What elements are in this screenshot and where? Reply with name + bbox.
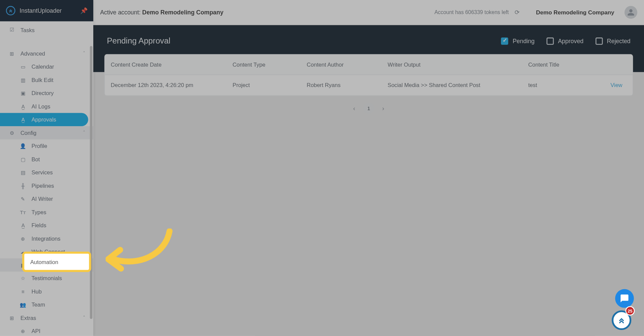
approvals-table-wrap: Content Create Date Content Type Content… <box>104 54 633 118</box>
checkbox-icon[interactable] <box>546 37 554 45</box>
sidebar-item-approvals[interactable]: A̲Approvals <box>0 113 88 126</box>
active-account-prefix: Active account: <box>100 9 142 16</box>
chevron-up-icon: ˄ <box>83 315 86 321</box>
sidebar-item-services[interactable]: ▤Services <box>0 166 93 179</box>
sidebar: InstantUploader 📌 ☑ Tasks ⊞ Advanced ˄ ▭… <box>0 0 93 336</box>
sidebar-body: ☑ Tasks ⊞ Advanced ˄ ▭Calendar ▥Bulk Edi… <box>0 21 93 336</box>
th-author[interactable]: Content Author <box>307 61 388 68</box>
chevron-up-icon: ˄ <box>83 130 86 136</box>
sidebar-item-pipelines[interactable]: ╫Pipelines <box>0 179 93 192</box>
filter-rejected[interactable]: Rejected <box>596 37 631 45</box>
sidebar-item-ai-logs[interactable]: A̲AI Logs <box>0 100 93 113</box>
filter-pending[interactable]: Pending <box>501 37 535 45</box>
bulkedit-icon: ▥ <box>20 77 26 83</box>
sidebar-item-label: Services <box>31 169 53 176</box>
sidebar-group-extras[interactable]: ⊞ Extras ˄ <box>0 311 93 324</box>
filter-label: Pending <box>513 37 534 44</box>
filter-approved[interactable]: Approved <box>546 37 583 45</box>
sidebar-item-calendar[interactable]: ▭Calendar <box>0 60 93 73</box>
sidebar-item-label: Types <box>31 209 46 215</box>
sidebar-item-profile[interactable]: 👤Profile <box>0 140 93 153</box>
pin-icon[interactable]: 📌 <box>80 7 88 14</box>
avatar[interactable] <box>625 6 637 19</box>
sidebar-item-testimonials[interactable]: ☆Testimonials <box>0 272 93 285</box>
approvals-table: Content Create Date Content Type Content… <box>104 54 633 96</box>
refresh-icon[interactable]: ⟳ <box>515 9 520 16</box>
sidebar-item-label: Pipelines <box>31 182 54 189</box>
sidebar-item-label: Hub <box>31 288 41 295</box>
fields-icon: A̲ <box>20 222 26 228</box>
app-name: InstantUploader <box>20 7 62 14</box>
table-header: Content Create Date Content Type Content… <box>105 55 632 75</box>
tasks-icon: ☑ <box>8 27 15 33</box>
sidebar-item-ai-writer[interactable]: ✎AI Writer <box>0 192 93 205</box>
page-title: Pending Approval <box>107 36 171 46</box>
approvals-icon: A̲ <box>20 116 26 122</box>
checkbox-icon[interactable] <box>501 37 509 45</box>
logo-icon <box>6 6 15 15</box>
scrollbar-thumb[interactable] <box>90 46 93 319</box>
sidebar-group-label: Advanced <box>20 50 45 57</box>
td-type: Project <box>233 82 307 88</box>
sidebar-header: InstantUploader 📌 <box>0 0 93 21</box>
table-row[interactable]: December 12th 2023, 4:26:20 pm Project R… <box>105 75 632 95</box>
sidebar-group-advanced[interactable]: ⊞ Advanced ˄ <box>0 47 93 60</box>
pagination: ‹ 1 › <box>104 98 633 118</box>
filter-label: Rejected <box>607 37 630 44</box>
td-output: Social Media >> Shared Content Post <box>388 82 528 88</box>
sidebar-item-bot[interactable]: ▢Bot <box>0 153 93 166</box>
th-type[interactable]: Content Type <box>233 61 307 68</box>
th-title[interactable]: Content Title <box>528 61 597 68</box>
ailogs-icon: A̲ <box>20 103 26 109</box>
integrations-icon: ⊕ <box>20 236 26 242</box>
topbar: Active account: Demo Remodeling Company … <box>93 0 644 25</box>
sidebar-item-integrations[interactable]: ⊕Integrations <box>0 232 93 245</box>
hub-icon: ≡ <box>20 288 26 295</box>
calendar-icon: ▭ <box>20 64 26 70</box>
td-author: Robert Ryans <box>307 82 388 88</box>
sidebar-item-team[interactable]: 👥Team <box>0 298 93 311</box>
page-next-button[interactable]: › <box>378 103 389 114</box>
tokens-remaining: Account has 606339 tokens left <box>434 9 509 15</box>
sidebar-item-label: Bot <box>31 156 40 162</box>
chat-fab[interactable] <box>615 289 634 308</box>
grid-icon: ⊞ <box>8 51 15 57</box>
sidebar-item-directory[interactable]: ▣Directory <box>0 87 93 100</box>
sidebar-item-fields[interactable]: A̲Fields <box>0 219 93 232</box>
checkbox-icon[interactable] <box>596 37 603 45</box>
sidebar-item-label: Fields <box>31 222 46 229</box>
company-name[interactable]: Demo Remodeling Company <box>536 9 614 15</box>
highlight-label: Automation <box>30 259 58 265</box>
active-account-name: Demo Remodeling Company <box>142 9 223 16</box>
active-account-label: Active account: Demo Remodeling Company <box>100 9 223 16</box>
directory-icon: ▣ <box>20 90 26 96</box>
sidebar-item-tasks[interactable]: ☑ Tasks <box>0 21 93 38</box>
sidebar-item-label: Integrations <box>31 235 61 242</box>
api-icon: ⊕ <box>20 328 26 334</box>
sidebar-item-label: API <box>31 328 40 334</box>
page-prev-button[interactable]: ‹ <box>349 103 360 114</box>
highlight-automation[interactable]: Automation <box>22 252 91 272</box>
sidebar-group-label: Extras <box>20 315 36 321</box>
sidebar-item-hub[interactable]: ≡Hub <box>0 285 93 298</box>
sidebar-item-types[interactable]: TᴛTypes <box>0 205 93 219</box>
sidebar-scrollbar[interactable] <box>89 21 92 336</box>
th-date[interactable]: Content Create Date <box>105 61 232 68</box>
gear-icon: ⚙ <box>8 130 15 136</box>
team-icon: 👥 <box>20 302 26 308</box>
sidebar-group-config[interactable]: ⚙ Config ˄ <box>0 126 93 139</box>
profile-icon: 👤 <box>20 143 26 149</box>
sidebar-item-label: AI Logs <box>31 103 50 109</box>
td-title: test <box>528 82 597 88</box>
sidebar-item-api[interactable]: ⊕API <box>0 325 93 336</box>
sidebar-item-label: Team <box>31 302 45 308</box>
sidebar-item-label: Approvals <box>31 116 56 123</box>
view-link[interactable]: View <box>611 82 623 88</box>
star-icon: ☆ <box>20 275 26 281</box>
page-number[interactable]: 1 <box>363 103 374 114</box>
th-output[interactable]: Writer Output <box>388 61 528 68</box>
sidebar-item-bulk-edit[interactable]: ▥Bulk Edit <box>0 73 93 86</box>
sidebar-item-label: Calendar <box>31 64 54 70</box>
chevron-up-icon: ˄ <box>83 51 86 57</box>
bot-icon: ▢ <box>20 156 26 162</box>
